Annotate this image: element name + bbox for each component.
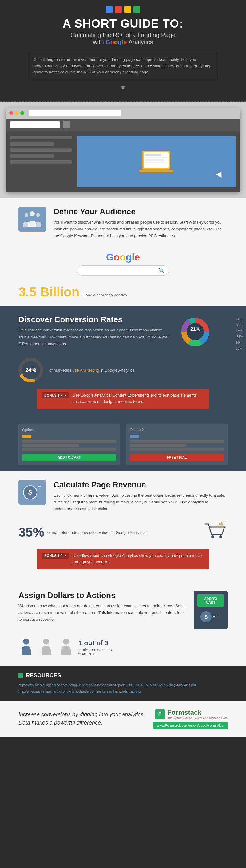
footer-cta-link[interactable]: www.Formstack.com/report/google-analytic… (153, 722, 227, 729)
option-1-box: Option 1 ADD TO CART (19, 424, 120, 465)
sidebar-line-2 (10, 142, 54, 146)
option-line-1c (22, 448, 116, 451)
option-1-lines (22, 440, 116, 451)
icon-red (115, 6, 122, 13)
svg-rect-5 (145, 159, 164, 161)
subtitle-text: Calculating the return on investment of … (33, 57, 213, 75)
cart-icon: +$ +7 +4 +1 (203, 522, 227, 543)
browser-dot-red (9, 111, 13, 115)
svg-rect-4 (145, 157, 167, 158)
marketers-label: marketers calculate their ROI (78, 647, 113, 656)
assign-cart-illustration: ADD TO CART $ = (194, 591, 227, 629)
discover-body: Calculate the conversion rates for calls… (19, 327, 171, 347)
option-line-2b (130, 444, 186, 446)
svg-text:21%: 21% (190, 327, 200, 332)
marketers-stat-group: 1 out of 3 marketers calculate their ROI (78, 639, 113, 656)
icon-yellow (124, 6, 131, 13)
google-stat-number: 3.5 Billion (19, 285, 79, 300)
google-search-area: Google 🔍 (0, 248, 246, 285)
browser-window (5, 107, 241, 192)
marketers-stat: 1 out of 3 (78, 639, 113, 647)
option-2-label: Option 2 (130, 428, 224, 432)
svg-point-7 (30, 211, 35, 216)
browser-section (0, 102, 246, 198)
svg-text:+4: +4 (215, 524, 219, 528)
subtitle-box: Calculating the return on investment of … (28, 52, 218, 80)
add-to-cart-button[interactable]: ADD TO CART (22, 454, 116, 461)
section-revenue: $ = Calculate Page Revenue Each click ha… (0, 471, 246, 522)
cart-svg: +$ +7 +4 +1 (203, 522, 227, 540)
google-search-bar[interactable]: 🔍 (77, 266, 169, 276)
pie-chart-svg: 21% (179, 315, 212, 349)
section-define: Define Your Audience You'll want to disc… (0, 198, 246, 248)
define-body: You'll want to discover which words and … (54, 219, 227, 239)
assign-body: When you know what customers are doing, … (19, 602, 186, 623)
footer-brand-row: F Formstack The Smart Way to Collect and… (155, 709, 227, 720)
resource-link-1[interactable]: http://www.marketingsherpa.com/data/publ… (19, 682, 227, 688)
free-trial-button[interactable]: FREE TRIAL (130, 454, 224, 461)
main-title-line1: A SHORT GUIDE TO: (19, 18, 227, 30)
person-head-2 (43, 639, 49, 645)
sidebar-line-3 (10, 148, 72, 152)
conversion-values-link[interactable]: add conversion values (71, 530, 110, 535)
svg-point-19 (219, 535, 222, 538)
bonus-tip-2: BONUS TIP • User flow reports in Google … (37, 549, 209, 569)
dollar-icon-box: $ = (19, 480, 46, 505)
browser-sidebar (10, 136, 72, 187)
discover-text: Discover Conversion Rates Calculate the … (19, 315, 171, 347)
browser-search-icon[interactable] (63, 121, 70, 128)
bonus-tip-1-text: Use Google Analytics' Content Experiment… (73, 392, 204, 405)
browser-dot-green (20, 111, 24, 115)
arrow-down-icon: ▼ (19, 84, 227, 92)
section-assign: Assign Dollars to Actions When you know … (0, 582, 246, 639)
bonus-tip-2-wrapper: BONUS TIP • User flow reports in Google … (0, 549, 246, 582)
browser-dot-yellow (15, 111, 19, 115)
person-head-1 (23, 639, 29, 645)
header-icons (19, 6, 227, 13)
option-2-color-bar (130, 435, 139, 438)
google-stat-row: 3.5 Billion Google searches per day (0, 285, 246, 306)
browser-address-bar[interactable] (29, 110, 121, 116)
svg-text:F: F (158, 711, 162, 717)
svg-rect-2 (139, 170, 173, 172)
option-line-1b (22, 444, 79, 446)
sidebar-line-4 (10, 154, 54, 158)
revenue-stat-row: 35% of marketers add conversion values i… (0, 522, 246, 549)
option-2-box: Option 2 FREE TRIAL (126, 424, 227, 465)
svg-point-8 (25, 213, 28, 217)
svg-text:=: = (37, 484, 41, 491)
svg-rect-6 (145, 162, 165, 163)
ab-testing-link[interactable]: use A/B testing (73, 368, 99, 373)
browser-search-input[interactable] (10, 121, 60, 128)
assign-heading: Assign Dollars to Actions (19, 591, 186, 600)
dollar-icon-svg: $ = (22, 483, 43, 502)
donut-chart: 24% (19, 358, 43, 382)
sidebar-line-1 (10, 136, 72, 140)
person-body-2 (42, 646, 51, 655)
svg-text:+1: +1 (223, 526, 227, 529)
revenue-stat-number: 35% (19, 525, 44, 540)
people-svg (22, 210, 43, 228)
main-content: Define Your Audience You'll want to disc… (0, 198, 246, 666)
resource-link-2[interactable]: http://www.marketingsherpa.com/article/c… (19, 688, 227, 695)
svg-text:+7: +7 (221, 522, 225, 525)
assign-cart-button: ADD TO CART (197, 594, 224, 607)
footer-line-2: Data makes a powerful difference. (19, 719, 145, 727)
revenue-stat-text: of marketers add conversion values in Go… (47, 529, 145, 535)
option-line-2a (130, 440, 224, 443)
sidebar-line-5 (10, 160, 72, 164)
person-icon-1 (19, 639, 34, 657)
footer-line-1: Increase conversions by digging into you… (19, 710, 145, 719)
header: A SHORT GUIDE TO: Calculating the ROI of… (0, 0, 246, 102)
google-logo: Google (19, 252, 227, 263)
svg-text:$: $ (28, 488, 32, 496)
option-2-lines (130, 440, 224, 451)
option-line-1a (22, 440, 116, 443)
pie-chart: 21% 11% .23% 13% .31% 9% 18% (179, 315, 227, 349)
svg-text:=: = (217, 614, 220, 619)
person-body-1 (22, 646, 31, 655)
footer: Increase conversions by digging into you… (0, 701, 246, 737)
ab-testing-row: 24% of marketers use A/B testing in Goog… (0, 358, 246, 389)
resources-section: RESOURCES http://www.marketingsherpa.com… (0, 666, 246, 701)
bonus-tip-1-wrapper: BONUS TIP • Use Google Analytics' Conten… (0, 389, 246, 421)
